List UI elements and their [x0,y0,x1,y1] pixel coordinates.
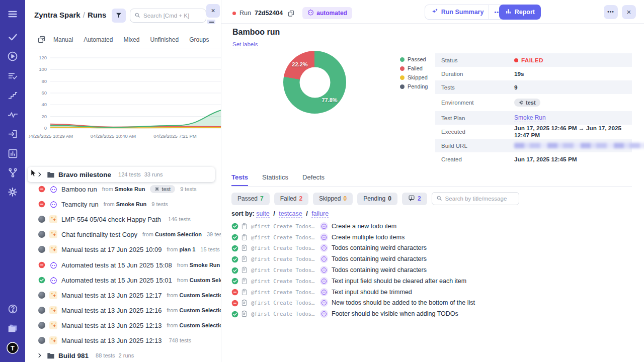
test-row[interactable]: @first Create Todos…Todos containing wei… [231,253,634,264]
folder-title[interactable]: Build 981 [58,352,89,359]
more-actions-button[interactable]: ••• [604,5,618,19]
sidebar-item-projects[interactable] [7,322,19,334]
test-title[interactable]: Todos containing weird characters [332,244,427,251]
chevron-right-icon[interactable] [37,352,43,358]
sort-by-testcase-link[interactable]: testcase [279,210,302,218]
test-title[interactable]: Todos containing weird characters [332,255,427,262]
test-suite-path[interactable]: @first Create Todos… [251,267,317,273]
sidebar-item-activity[interactable] [7,109,19,121]
test-suite-path[interactable]: @first Create Todos… [251,300,317,306]
test-row[interactable]: @first Create Todos…Todos containing wei… [231,243,634,254]
close-run-button[interactable]: × [622,5,636,19]
folder-title[interactable]: Bravo milestone [58,171,111,178]
breadcrumb-project[interactable]: Zyntra Spark [34,11,80,19]
test-row[interactable]: @first Create Todos…Create a new todo it… [231,221,634,232]
sidebar-item-help[interactable] [7,303,19,315]
test-row[interactable]: @first Create Todos…Text input should be… [231,287,634,298]
runs-tab-unfinished[interactable]: Unfinished [150,36,179,43]
legend-item-passed[interactable]: Passed [400,56,428,62]
runs-search-input[interactable] [143,13,199,19]
test-title[interactable]: Todos containing weird characters [332,266,427,274]
legend-item-skipped[interactable]: Skipped [400,74,428,80]
set-labels-link[interactable]: Set labels [232,41,258,48]
run-row[interactable]: Automated tests at 15 Jun 2025 15:08from… [28,257,221,273]
test-title[interactable]: Text input should be trimmed [332,289,412,296]
test-row[interactable]: @first Create Todos…New todos should be … [231,298,634,309]
folder-row[interactable]: Build 98188 tests2 runs [28,348,221,362]
test-row[interactable]: @first Create Todos…Todos containing wei… [231,264,634,276]
filter-button[interactable] [112,9,126,23]
run-row[interactable]: LMP-554 05/04 check Happy Path146 tests [28,212,221,227]
test-title[interactable]: New todos should be added to the bottom … [332,299,475,306]
sidebar-item-bar-chart[interactable] [7,147,19,159]
report-button[interactable]: Report [499,5,541,20]
run-summary-button[interactable]: Run Summary [425,5,489,19]
test-suite-path[interactable]: @first Create Todos… [251,245,317,251]
runs-tab-automated[interactable]: Automated [84,36,113,43]
sidebar-item-gear[interactable] [7,186,19,198]
automated-badge[interactable]: automated [302,7,352,19]
run-title[interactable]: Manual tests at 13 Jun 2025 12:13 [61,322,162,329]
sort-by-failure-link[interactable]: failure [311,210,329,218]
comments-filter-button[interactable]: 2 [402,193,427,205]
run-title[interactable]: Bamboo run [61,186,97,193]
test-suite-path[interactable]: @first Create Todos… [251,289,317,295]
tab-statistics[interactable]: Statistics [262,173,288,186]
test-plan-link[interactable]: Smoke Run [514,114,546,122]
sidebar-item-check[interactable] [7,31,19,43]
run-title[interactable]: Manual tests at 17 Jun 2025 10:09 [61,246,162,253]
sort-by-suite-link[interactable]: suite [256,210,269,218]
tests-search-input[interactable] [445,196,513,202]
tab-defects[interactable]: Defects [302,173,325,186]
run-row[interactable]: Manual tests at 13 Jun 2025 12:13748 tes… [28,333,221,348]
test-suite-path[interactable]: @first Create Todos… [251,223,317,229]
test-suite-path[interactable]: @first Create Todos… [251,256,317,262]
test-title[interactable]: Text input field should be cleared after… [332,278,466,285]
panel-close-button[interactable]: × [206,4,220,18]
filter-passed-button[interactable]: Passed7 [231,193,270,205]
run-title[interactable]: Automated tests at 15 Jun 2025 15:08 [61,261,172,269]
test-suite-path[interactable]: @first Create Todos… [251,234,317,240]
run-row[interactable]: Manual tests at 17 Jun 2025 10:09from pl… [28,242,221,257]
runs-tab-groups[interactable]: Groups [189,36,209,43]
legend-item-failed[interactable]: Failed [400,65,428,71]
run-row[interactable]: Teamcity runfrom Smoke Run9 tests [28,197,221,212]
folder-row[interactable]: Bravo milestone124 tests33 runs [28,167,215,182]
run-title[interactable]: LMP-554 05/04 check Happy Path [61,216,161,223]
run-title[interactable]: Automated tests at 15 Jun 2025 15:01 [61,277,172,284]
test-suite-path[interactable]: @first Create Todos… [251,311,317,317]
select-all-icon[interactable] [37,35,46,44]
run-row[interactable]: Automated tests at 15 Jun 2025 15:01from… [28,273,221,288]
sidebar-item-play-circle[interactable] [7,50,19,62]
run-row[interactable]: Bamboo runfrom Smoke Runtest9 tests [28,182,221,197]
test-row[interactable]: @first Create Todos…Create multiple todo… [231,232,634,243]
copy-run-id-button[interactable] [287,10,295,17]
legend-item-pending[interactable]: Pending [400,83,428,89]
filter-skipped-button[interactable]: Skipped0 [313,193,353,205]
run-title[interactable]: Manual tests at 13 Jun 2025 12:13 [61,337,162,344]
test-row[interactable]: @first Create Todos…Footer should be vis… [231,308,634,319]
filter-pending-button[interactable]: Pending0 [357,193,397,205]
run-title[interactable]: Teamcity run [61,201,99,208]
test-suite-path[interactable]: @first Create Todos… [251,278,317,284]
run-title[interactable]: Chat functinality test Copy [61,231,137,238]
run-row[interactable]: Manual tests at 13 Jun 2025 12:16from Cu… [28,303,221,318]
run-row[interactable]: Chat functinality test Copyfrom Custom S… [28,227,221,242]
test-title[interactable]: Footer should be visible when adding TOD… [332,310,458,317]
runs-tab-mixed[interactable]: Mixed [123,36,139,43]
test-title[interactable]: Create multiple todo items [332,234,405,241]
menu-toggle[interactable] [7,8,19,20]
sidebar-item-steps[interactable] [7,89,19,101]
sidebar-item-branches[interactable] [7,166,19,178]
run-row[interactable]: Manual tests at 13 Jun 2025 12:17from Cu… [28,288,221,303]
run-row[interactable]: Manual tests at 13 Jun 2025 12:13from Cu… [28,318,221,333]
run-title[interactable]: Manual tests at 13 Jun 2025 12:16 [61,307,162,314]
sidebar-item-sign-in[interactable] [7,128,19,140]
runs-tab-manual[interactable]: Manual [53,36,73,43]
test-row[interactable]: @first Create Todos…Text input field sho… [231,276,634,287]
filter-failed-button[interactable]: Failed2 [274,193,308,205]
tab-tests[interactable]: Tests [231,173,248,186]
test-title[interactable]: Create a new todo item [332,223,396,230]
sidebar-item-logo[interactable]: T [7,342,19,354]
run-title[interactable]: Manual tests at 13 Jun 2025 12:17 [61,292,162,299]
